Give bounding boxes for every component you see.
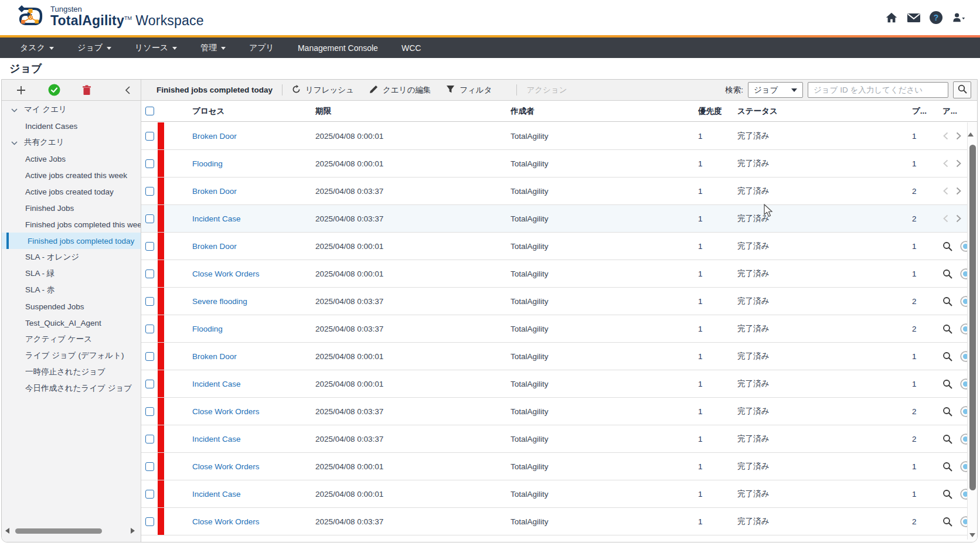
- row-checkbox[interactable]: [145, 435, 154, 443]
- row-checkbox[interactable]: [145, 352, 154, 361]
- row-checkbox[interactable]: [145, 325, 154, 333]
- nav-item[interactable]: ジョブ: [66, 37, 123, 58]
- table-row[interactable]: Close Work Orders2025/04/08 0:03:37Total…: [141, 398, 967, 425]
- query-item[interactable]: Active jobs created this week: [2, 167, 141, 183]
- table-row[interactable]: Close Work Orders2025/04/08 0:00:01Total…: [141, 260, 967, 288]
- view-job-magnifier-icon[interactable]: [942, 324, 952, 334]
- query-item[interactable]: ライブ ジョブ (デフォルト): [2, 347, 141, 364]
- v-scroll-down-arrow[interactable]: [969, 533, 975, 537]
- view-job-magnifier-icon[interactable]: [942, 489, 952, 499]
- view-job-magnifier-icon[interactable]: [942, 269, 952, 279]
- process-link[interactable]: Flooding: [192, 159, 223, 168]
- table-row[interactable]: Close Work Orders2025/04/08 0:03:37Total…: [141, 508, 967, 535]
- process-link[interactable]: Close Work Orders: [192, 462, 260, 471]
- process-link[interactable]: Flooding: [192, 325, 223, 333]
- v-scroll-up-arrow[interactable]: [968, 122, 974, 136]
- table-row[interactable]: Severe flooding2025/04/08 0:03:37TotalAg…: [141, 288, 967, 315]
- query-item[interactable]: SLA - 赤: [2, 282, 141, 298]
- query-item[interactable]: 今日作成されたライブ ジョブ: [2, 380, 141, 397]
- query-item[interactable]: SLA - オレンジ: [2, 249, 141, 265]
- row-checkbox[interactable]: [145, 380, 154, 388]
- job-status-radio-icon[interactable]: [960, 406, 967, 417]
- process-link[interactable]: Close Work Orders: [192, 269, 260, 278]
- nav-item[interactable]: Management Console: [286, 37, 390, 58]
- edit-query-button[interactable]: クエリの編集: [369, 85, 431, 95]
- table-row[interactable]: Incident Case2025/04/08 0:03:37TotalAgil…: [141, 425, 967, 453]
- job-status-radio-icon[interactable]: [960, 296, 967, 307]
- chevron-left-icon[interactable]: [942, 132, 948, 140]
- query-item[interactable]: アクティブ ケース: [2, 331, 141, 347]
- process-link[interactable]: Close Work Orders: [192, 407, 260, 416]
- h-scroll-track[interactable]: [13, 528, 127, 534]
- process-link[interactable]: Incident Case: [192, 214, 241, 223]
- chevron-right-icon[interactable]: [956, 214, 962, 223]
- h-scroll-right-arrow[interactable]: [131, 528, 135, 534]
- job-status-radio-icon[interactable]: [960, 461, 967, 472]
- row-checkbox[interactable]: [145, 407, 154, 416]
- nav-item[interactable]: リソース: [123, 37, 189, 58]
- table-row[interactable]: Incident Case2025/04/08 0:00:01TotalAgil…: [141, 370, 967, 398]
- row-checkbox[interactable]: [145, 517, 154, 526]
- row-checkbox[interactable]: [145, 269, 154, 278]
- job-status-radio-icon[interactable]: [960, 489, 967, 500]
- table-row[interactable]: Broken Door2025/04/08 0:00:01TotalAgilit…: [141, 122, 967, 150]
- nav-item[interactable]: タスク: [8, 37, 66, 58]
- chevron-left-icon[interactable]: [942, 214, 948, 223]
- query-group[interactable]: 共有クエリ: [2, 134, 141, 151]
- query-item[interactable]: 一時停止されたジョブ: [2, 364, 141, 380]
- refresh-button[interactable]: リフレッシュ: [292, 85, 354, 95]
- query-item[interactable]: SLA - 緑: [2, 265, 141, 282]
- table-row[interactable]: Flooding2025/04/08 0:03:37TotalAgility1完…: [141, 315, 967, 343]
- column-header-progress[interactable]: プ...: [912, 106, 935, 117]
- job-status-radio-icon[interactable]: [960, 378, 967, 390]
- process-link[interactable]: Close Work Orders: [192, 517, 260, 526]
- process-link[interactable]: Incident Case: [192, 435, 241, 443]
- process-link[interactable]: Broken Door: [192, 242, 237, 251]
- table-row[interactable]: Incident Case2025/04/08 0:03:37TotalAgil…: [141, 205, 967, 233]
- nav-item[interactable]: 管理: [189, 37, 237, 58]
- column-header-process[interactable]: プロセス: [165, 106, 314, 117]
- query-item[interactable]: Test_Quick_AI_Agent: [2, 315, 141, 331]
- job-status-radio-icon[interactable]: [960, 323, 967, 335]
- home-icon[interactable]: [884, 11, 899, 25]
- process-link[interactable]: Broken Door: [192, 132, 237, 141]
- query-item[interactable]: Active Jobs: [2, 151, 141, 167]
- job-status-radio-icon[interactable]: [960, 434, 967, 445]
- table-row[interactable]: Flooding2025/04/08 0:00:01TotalAgility1完…: [141, 150, 967, 178]
- column-header-actions[interactable]: ア...: [935, 106, 977, 117]
- search-button[interactable]: [953, 81, 971, 98]
- query-item[interactable]: Finished jobs completed today: [2, 233, 141, 249]
- job-status-radio-icon[interactable]: [960, 241, 967, 252]
- column-header-due[interactable]: 期限: [314, 106, 511, 117]
- view-job-magnifier-icon[interactable]: [942, 352, 952, 361]
- chevron-left-icon[interactable]: [942, 159, 948, 168]
- column-header-priority[interactable]: 優先度: [698, 106, 737, 117]
- row-checkbox[interactable]: [145, 214, 154, 223]
- mail-icon[interactable]: [907, 11, 921, 25]
- row-checkbox[interactable]: [145, 132, 154, 141]
- h-scroll-left-arrow[interactable]: [5, 528, 9, 534]
- table-row[interactable]: Close Work Orders2025/04/08 0:00:01Total…: [141, 453, 967, 480]
- view-job-magnifier-icon[interactable]: [942, 434, 952, 444]
- nav-item[interactable]: WCC: [390, 37, 433, 58]
- nav-item[interactable]: アプリ: [237, 37, 286, 58]
- process-link[interactable]: Broken Door: [192, 352, 237, 361]
- v-scroll-thumb[interactable]: [969, 145, 976, 490]
- add-query-button[interactable]: [15, 84, 28, 97]
- chevron-right-icon[interactable]: [956, 132, 962, 140]
- job-status-radio-icon[interactable]: [960, 268, 967, 279]
- chevron-right-icon[interactable]: [956, 159, 962, 168]
- table-row[interactable]: Broken Door2025/04/08 0:00:01TotalAgilit…: [141, 233, 967, 260]
- row-checkbox[interactable]: [145, 242, 154, 251]
- select-all-checkbox[interactable]: [145, 107, 154, 115]
- process-link[interactable]: Incident Case: [192, 380, 241, 388]
- table-row[interactable]: Broken Door2025/04/08 0:03:37TotalAgilit…: [141, 178, 967, 205]
- row-checkbox[interactable]: [145, 159, 154, 168]
- query-item[interactable]: Active jobs created today: [2, 183, 141, 200]
- search-scope-select[interactable]: ジョブ: [748, 82, 803, 98]
- view-job-magnifier-icon[interactable]: [942, 296, 952, 306]
- collapse-sidebar-chevron-icon[interactable]: [121, 84, 134, 97]
- chevron-left-icon[interactable]: [942, 187, 948, 195]
- table-row[interactable]: Incident Case2025/04/08 0:00:01TotalAgil…: [141, 480, 967, 508]
- search-input[interactable]: [808, 82, 948, 98]
